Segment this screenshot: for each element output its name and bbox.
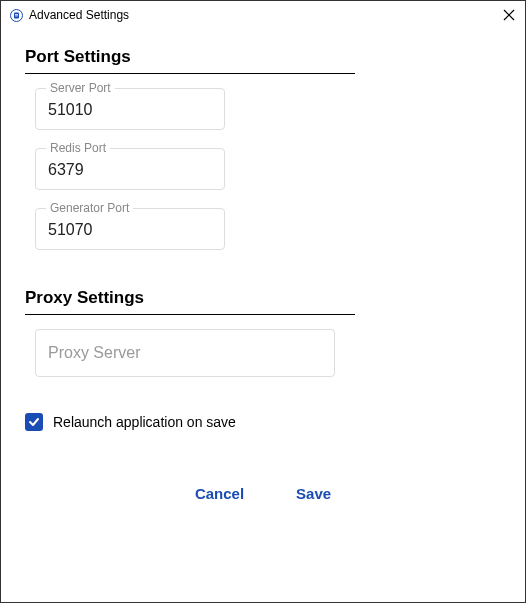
server-port-input[interactable] bbox=[48, 101, 212, 119]
titlebar: Advanced Settings bbox=[1, 1, 525, 25]
generator-port-label: Generator Port bbox=[46, 201, 133, 215]
redis-port-input[interactable] bbox=[48, 161, 212, 179]
svg-rect-3 bbox=[15, 15, 18, 16]
close-button[interactable] bbox=[501, 7, 517, 23]
port-fields: Server Port Redis Port Generator Port bbox=[25, 74, 501, 250]
generator-port-field: Generator Port bbox=[35, 208, 225, 250]
server-port-field: Server Port bbox=[35, 88, 225, 130]
close-icon bbox=[503, 9, 515, 21]
generator-port-input[interactable] bbox=[48, 221, 212, 239]
redis-port-field: Redis Port bbox=[35, 148, 225, 190]
proxy-server-input[interactable] bbox=[48, 344, 322, 362]
port-settings-title: Port Settings bbox=[25, 47, 501, 67]
server-port-label: Server Port bbox=[46, 81, 115, 95]
relaunch-checkbox[interactable] bbox=[25, 413, 43, 431]
redis-port-label: Redis Port bbox=[46, 141, 110, 155]
cancel-button[interactable]: Cancel bbox=[195, 485, 244, 502]
check-icon bbox=[28, 416, 40, 428]
app-icon bbox=[9, 8, 23, 22]
svg-rect-2 bbox=[15, 14, 18, 15]
relaunch-label: Relaunch application on save bbox=[53, 414, 236, 430]
button-row: Cancel Save bbox=[98, 485, 428, 502]
proxy-server-field bbox=[35, 329, 335, 377]
proxy-fields bbox=[25, 315, 501, 377]
dialog-content: Port Settings Server Port Redis Port Gen… bbox=[1, 25, 525, 520]
proxy-settings-title: Proxy Settings bbox=[25, 288, 501, 308]
window-title: Advanced Settings bbox=[29, 8, 501, 22]
relaunch-row: Relaunch application on save bbox=[25, 413, 501, 431]
save-button[interactable]: Save bbox=[296, 485, 331, 502]
